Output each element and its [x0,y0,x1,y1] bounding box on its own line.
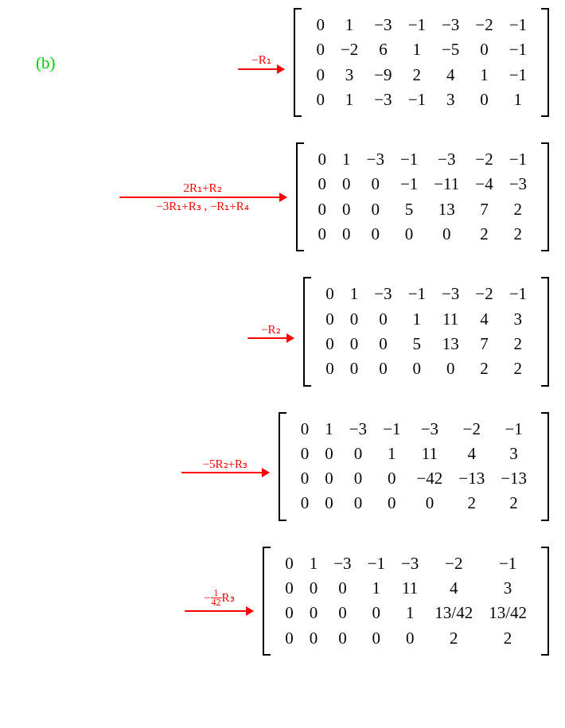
matrix-cell: 0 [334,222,359,247]
matrix-cell: −3 [501,172,535,197]
matrix-cell: 7 [467,332,501,356]
matrix-cell: 0 [393,626,427,651]
matrix-cell: −2 [333,37,366,62]
matrix-cell: 4 [427,576,481,601]
matrix-cell: 0 [400,356,434,381]
matrix-cell: 0 [293,491,318,516]
matrix-cell: 0 [342,307,367,332]
matrix-cell: 6 [366,37,399,62]
matrix: 01−3−1−3−2−1000−1−11−4−3000513720000022 [294,142,551,251]
matrix-cell: 0 [310,222,335,247]
matrix-cell: −4 [467,172,501,197]
matrix-cell: 0 [310,197,335,222]
matrix-cell: −1 [400,88,434,112]
matrix-cell: 13 [426,197,467,222]
matrix-cell: 0 [325,601,359,625]
matrix-cell: 1 [302,551,326,576]
row-operation: −5R₂+R₃ [181,457,269,476]
matrix-cell: 0 [310,172,335,197]
matrix-cell: 0 [341,466,375,491]
matrix-cell: 0 [434,356,467,381]
matrix-cell: −1 [501,37,535,62]
matrix-cell: 0 [467,37,501,62]
matrix-cell: −9 [366,63,399,88]
matrix-cell: 1 [467,63,501,88]
matrix-cell: 2 [400,63,434,88]
matrix-cell: 1 [333,88,366,112]
matrix-cell: −1 [493,417,535,442]
matrix-cell: 1 [400,307,434,332]
matrix-cell: 3 [493,442,535,466]
reduction-step: (b) −R₁ 01−3−1−3−2−10−261−50−103−9241−10… [0,8,557,117]
matrix: 01−3−1−3−2−1000111430000113/4213/4200000… [261,547,551,656]
matrix-cell: 2 [501,332,535,356]
row-operation: 2R₁+R₂ −3R₁+R₃ , −R₁+R₄ [119,181,286,212]
matrix-cell: 0 [293,466,318,491]
matrix-cell: 0 [302,601,326,625]
matrix-cell: 0 [318,307,342,332]
matrix-cell: 0 [317,491,341,516]
matrix-cell: 1 [400,37,434,62]
matrix-cell: 0 [375,466,408,491]
arrow-icon [247,337,294,339]
matrix-table: 01−3−1−3−2−1000111430000−42−13−130000022 [293,417,535,516]
row-operation: −142R₃ [185,589,253,613]
matrix-cell: 13/42 [427,601,481,625]
matrix-cell: −3 [426,147,467,172]
matrix-cell: 1 [334,147,359,172]
matrix: 01−3−1−3−2−10−261−50−103−9241−101−3−1301 [292,8,551,117]
matrix-cell: −2 [467,147,501,172]
matrix: 01−3−1−3−2−100011143000513720000022 [302,277,551,386]
matrix-cell: 3 [333,63,366,88]
matrix-cell: −3 [359,147,392,172]
matrix-cell: −3 [341,417,375,442]
matrix-cell: −3 [393,551,427,576]
reduction-step: −5R₂+R₃ 01−3−1−3−2−1000111430000−42−13−1… [0,412,557,521]
matrix-cell: 2 [501,356,535,381]
matrix-cell: −2 [467,282,501,306]
matrix-cell: 1 [501,88,535,112]
matrix-cell: −13 [450,466,493,491]
reduction-step: 2R₁+R₂ −3R₁+R₃ , −R₁+R₄ 01−3−1−3−2−1000−… [0,142,557,251]
matrix-cell: 0 [360,601,393,625]
matrix-cell: 0 [467,88,501,112]
matrix-cell: −1 [375,417,408,442]
matrix-cell: 1 [317,417,341,442]
matrix-cell: 2 [493,491,535,516]
matrix-cell: 1 [393,601,427,625]
matrix-cell: 2 [467,356,501,381]
row-operation: −R₂ [247,323,294,341]
matrix-cell: 1 [360,576,393,601]
matrix-cell: −1 [400,13,434,37]
matrix-table: 01−3−1−3−2−10−261−50−103−9241−101−3−1301 [308,13,535,112]
matrix-cell: 0 [302,626,326,651]
matrix-table: 01−3−1−3−2−1000−1−11−4−3000513720000022 [310,147,535,247]
matrix-cell: −1 [481,551,535,576]
matrix-cell: 4 [434,63,467,88]
matrix-cell: −1 [360,551,393,576]
matrix-cell: −3 [366,282,399,306]
matrix-cell: 0 [325,576,359,601]
matrix-cell: 3 [434,88,467,112]
matrix-cell: −3 [434,13,467,37]
matrix-cell: 2 [481,626,535,651]
operation-label: −142R₃ [204,589,234,609]
matrix-cell: 2 [450,491,493,516]
matrix-cell: 0 [325,626,359,651]
arrow-icon [185,610,253,612]
matrix-cell: 2 [501,197,535,222]
reduction-step: −R₂ 01−3−1−3−2−100011143000513720000022 [0,277,557,386]
matrix-cell: 0 [366,307,399,332]
matrix-cell: −11 [426,172,467,197]
part-label: (b) [36,53,56,72]
matrix-cell: 0 [366,356,399,381]
matrix-cell: 0 [308,88,333,112]
matrix-cell: 0 [342,332,367,356]
matrix-cell: −1 [501,13,535,37]
matrix-cell: 4 [450,442,493,466]
matrix-cell: 0 [408,491,450,516]
matrix-cell: 3 [481,576,535,601]
matrix-cell: 13 [434,332,467,356]
matrix-cell: 0 [277,601,302,625]
matrix-cell: 0 [375,491,408,516]
